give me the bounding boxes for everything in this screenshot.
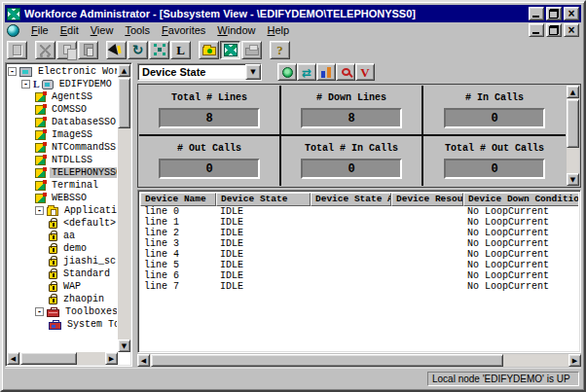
tree-item-app[interactable]: aa <box>8 230 117 242</box>
help-button[interactable]: ? <box>270 41 290 59</box>
child-window-icon[interactable] <box>7 24 19 37</box>
tree-item-application[interactable]: - Application <box>8 204 117 217</box>
minimize-button[interactable] <box>529 7 544 20</box>
expand-view-button[interactable] <box>149 41 169 59</box>
close-button[interactable] <box>564 7 579 20</box>
network-status-button[interactable] <box>277 63 297 81</box>
child-close-button[interactable] <box>564 23 579 37</box>
print-button[interactable] <box>241 41 262 59</box>
child-minimize-button[interactable] <box>529 23 544 37</box>
tree-item-app[interactable]: zhaopin <box>8 293 117 305</box>
expander-icon[interactable]: - <box>35 206 44 215</box>
scroll-thumb[interactable] <box>151 354 503 367</box>
menu-file[interactable]: File <box>25 23 55 37</box>
tree-item-subsystem-selected[interactable]: TELEPHONYSS0 <box>8 166 117 179</box>
restore-icon <box>549 25 559 35</box>
scroll-up-arrow[interactable]: ▲ <box>567 86 579 98</box>
stat-total-out-calls: Total # Out Calls 0 <box>423 136 566 187</box>
menu-window[interactable]: Window <box>211 23 261 37</box>
scroll-down-arrow[interactable]: ▼ <box>567 173 579 186</box>
tree-item-subsystem[interactable]: ImageSS <box>8 128 117 141</box>
tree-item-app[interactable]: WAP <box>8 280 117 293</box>
expander-icon[interactable]: - <box>35 307 44 316</box>
tree-item-subsystem[interactable]: AgentSS <box>8 90 117 103</box>
subsystem-icon <box>35 194 46 203</box>
header-device-down-condition[interactable]: Device Down Condition <box>463 193 578 206</box>
menu-tools[interactable]: Tools <box>119 23 156 37</box>
scroll-thumb[interactable] <box>20 352 77 365</box>
scroll-thumb[interactable] <box>567 99 579 148</box>
table-horizontal-scrollbar[interactable]: ◀ ▶ <box>137 354 581 367</box>
cut-button[interactable] <box>35 41 55 59</box>
scroll-right-arrow[interactable]: ▶ <box>105 352 118 365</box>
table-row[interactable]: line 0 IDLE No LoopCurrent <box>140 206 578 217</box>
copy-button[interactable] <box>56 41 77 59</box>
header-device-state[interactable]: Device State <box>216 193 311 206</box>
stats-vertical-scrollbar[interactable]: ▲ ▼ <box>567 86 579 186</box>
select-mode-button[interactable] <box>106 41 127 59</box>
paste-button[interactable] <box>78 41 98 59</box>
expander-icon[interactable]: - <box>8 67 17 76</box>
stat-total-lines: Total # Lines 8 <box>139 86 281 136</box>
scroll-thumb[interactable] <box>118 78 130 128</box>
view-selector-combobox[interactable]: Device State ▼ <box>137 63 262 81</box>
subsystem-view-button[interactable] <box>220 41 240 59</box>
scroll-up-arrow[interactable]: ▲ <box>118 64 130 77</box>
tree-item-root[interactable]: - Electronic Workfor <box>8 65 117 78</box>
table-row[interactable]: line 2 IDLE No LoopCurrent <box>140 228 578 238</box>
refresh-button[interactable] <box>128 41 148 59</box>
scroll-right-arrow[interactable]: ▶ <box>568 354 581 367</box>
tree-view: - Electronic Workfor - L EDIFYDEMO Agent… <box>8 65 117 351</box>
scroll-left-arrow[interactable]: ◀ <box>7 352 19 365</box>
header-device-state-attr[interactable]: Device State A... <box>311 193 391 206</box>
tree-item-app[interactable]: Standard <box>8 267 117 280</box>
tree-item-app[interactable]: <default> <box>8 217 117 230</box>
scroll-left-arrow[interactable]: ◀ <box>137 354 150 367</box>
validate-button[interactable]: V <box>355 63 375 81</box>
sync-arrows-icon <box>302 63 311 81</box>
child-restore-button[interactable] <box>546 23 562 37</box>
tree-item-subsystem[interactable]: COMSSO <box>8 103 117 116</box>
tree-horizontal-scrollbar[interactable]: ◀ ▶ <box>7 352 118 365</box>
table-row[interactable]: line 7 IDLE No LoopCurrent <box>140 281 578 292</box>
tree-vertical-scrollbar[interactable]: ▲ ▼ <box>118 64 130 352</box>
table-row[interactable]: line 4 IDLE No LoopCurrent <box>140 249 578 260</box>
table-row[interactable]: line 3 IDLE No LoopCurrent <box>140 238 578 249</box>
chart-button[interactable] <box>316 63 336 81</box>
main-toolbar: L ? <box>5 38 581 61</box>
restore-button[interactable] <box>546 7 562 20</box>
tree-item-subsystem[interactable]: WEBSSO <box>8 192 117 204</box>
subsystem-icon <box>35 168 46 178</box>
minimize-icon <box>532 10 540 18</box>
tree-item-subsystem[interactable]: NTCommandSS <box>8 141 117 154</box>
tree-item-subsystem[interactable]: Terminal <box>8 179 117 192</box>
new-button[interactable] <box>7 41 27 59</box>
device-table-panel: Device Name Device State Device State A.… <box>137 190 581 353</box>
open-folder-button[interactable] <box>199 41 219 59</box>
menu-favorites[interactable]: Favorites <box>156 23 211 37</box>
chevron-down-icon[interactable]: ▼ <box>245 64 261 80</box>
menu-view[interactable]: View <box>85 23 120 37</box>
tree-item-app[interactable]: jiashi_sc <box>8 255 117 267</box>
sync-button[interactable] <box>297 63 316 81</box>
tree-item-system-toolbox[interactable]: System To <box>8 318 117 331</box>
header-device-resource[interactable]: Device Resou... <box>391 193 463 206</box>
subsystem-icon <box>35 105 46 115</box>
menu-edit[interactable]: Edit <box>55 23 85 37</box>
log-button[interactable]: L <box>170 41 191 59</box>
table-row[interactable]: line 6 IDLE No LoopCurrent <box>140 270 578 281</box>
tree-item-subsystem[interactable]: NTDLLSS <box>8 154 117 166</box>
tree-item-subsystem[interactable]: DatabaseSSO <box>8 116 117 128</box>
table-row[interactable]: line 5 IDLE No LoopCurrent <box>140 260 578 270</box>
tree-item-node[interactable]: - L EDIFYDEMO <box>8 78 117 90</box>
scroll-down-arrow[interactable]: ▼ <box>118 339 130 352</box>
header-device-name[interactable]: Device Name <box>140 193 216 206</box>
tree-item-app[interactable]: demo <box>8 242 117 255</box>
tree-item-toolboxes[interactable]: - Toolboxes <box>8 305 117 318</box>
stat-in-calls: # In Calls 0 <box>423 86 566 136</box>
expander-icon[interactable]: - <box>21 80 30 89</box>
menu-help[interactable]: Help <box>261 23 295 37</box>
table-row[interactable]: line 1 IDLE No LoopCurrent <box>140 217 578 228</box>
monitor-tool-button[interactable] <box>336 63 355 81</box>
toolbar-separator <box>99 50 105 51</box>
